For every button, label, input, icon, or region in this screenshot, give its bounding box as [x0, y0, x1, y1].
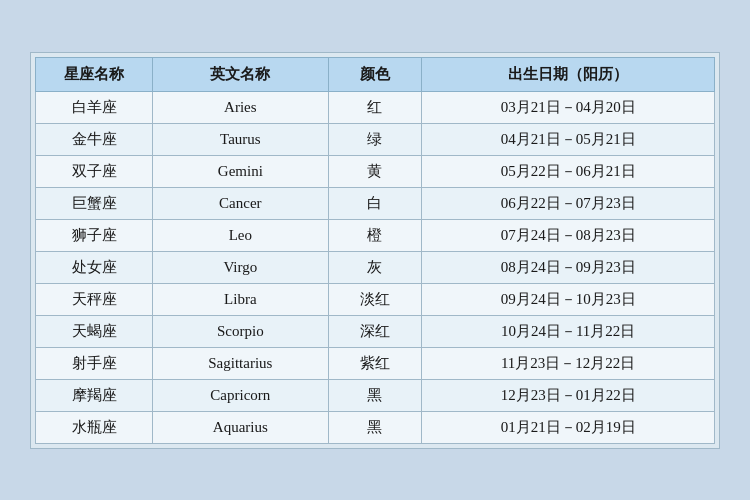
cell-english: Sagittarius [153, 347, 329, 379]
cell-chinese: 狮子座 [36, 219, 153, 251]
cell-chinese: 水瓶座 [36, 411, 153, 443]
table-row: 天秤座Libra淡红09月24日－10月23日 [36, 283, 715, 315]
table-row: 天蝎座Scorpio深红10月24日－11月22日 [36, 315, 715, 347]
table-row: 摩羯座Capricorn黑12月23日－01月22日 [36, 379, 715, 411]
table-row: 巨蟹座Cancer白06月22日－07月23日 [36, 187, 715, 219]
table-row: 双子座Gemini黄05月22日－06月21日 [36, 155, 715, 187]
cell-color: 灰 [328, 251, 422, 283]
cell-color: 黑 [328, 411, 422, 443]
cell-english: Gemini [153, 155, 329, 187]
cell-english: Virgo [153, 251, 329, 283]
table-row: 水瓶座Aquarius黑01月21日－02月19日 [36, 411, 715, 443]
cell-date: 12月23日－01月22日 [422, 379, 715, 411]
cell-english: Cancer [153, 187, 329, 219]
cell-date: 09月24日－10月23日 [422, 283, 715, 315]
table-row: 射手座Sagittarius紫红11月23日－12月22日 [36, 347, 715, 379]
header-color: 颜色 [328, 57, 422, 91]
header-date: 出生日期（阳历） [422, 57, 715, 91]
cell-english: Scorpio [153, 315, 329, 347]
cell-english: Libra [153, 283, 329, 315]
table-row: 狮子座Leo橙07月24日－08月23日 [36, 219, 715, 251]
cell-color: 黑 [328, 379, 422, 411]
cell-date: 05月22日－06月21日 [422, 155, 715, 187]
table-row: 处女座Virgo灰08月24日－09月23日 [36, 251, 715, 283]
cell-date: 07月24日－08月23日 [422, 219, 715, 251]
cell-chinese: 天蝎座 [36, 315, 153, 347]
cell-chinese: 处女座 [36, 251, 153, 283]
cell-english: Aquarius [153, 411, 329, 443]
cell-color: 红 [328, 91, 422, 123]
cell-chinese: 摩羯座 [36, 379, 153, 411]
cell-english: Aries [153, 91, 329, 123]
table-header-row: 星座名称 英文名称 颜色 出生日期（阳历） [36, 57, 715, 91]
cell-date: 01月21日－02月19日 [422, 411, 715, 443]
cell-color: 橙 [328, 219, 422, 251]
table-row: 金牛座Taurus绿04月21日－05月21日 [36, 123, 715, 155]
cell-date: 06月22日－07月23日 [422, 187, 715, 219]
cell-chinese: 双子座 [36, 155, 153, 187]
cell-chinese: 射手座 [36, 347, 153, 379]
cell-english: Taurus [153, 123, 329, 155]
cell-color: 黄 [328, 155, 422, 187]
cell-date: 03月21日－04月20日 [422, 91, 715, 123]
header-chinese: 星座名称 [36, 57, 153, 91]
cell-color: 紫红 [328, 347, 422, 379]
cell-english: Leo [153, 219, 329, 251]
header-english: 英文名称 [153, 57, 329, 91]
cell-date: 10月24日－11月22日 [422, 315, 715, 347]
cell-color: 白 [328, 187, 422, 219]
cell-chinese: 白羊座 [36, 91, 153, 123]
cell-english: Capricorn [153, 379, 329, 411]
cell-chinese: 天秤座 [36, 283, 153, 315]
cell-date: 08月24日－09月23日 [422, 251, 715, 283]
cell-date: 04月21日－05月21日 [422, 123, 715, 155]
cell-color: 淡红 [328, 283, 422, 315]
cell-date: 11月23日－12月22日 [422, 347, 715, 379]
cell-color: 绿 [328, 123, 422, 155]
zodiac-table-container: 星座名称 英文名称 颜色 出生日期（阳历） 白羊座Aries红03月21日－04… [30, 52, 720, 449]
cell-chinese: 巨蟹座 [36, 187, 153, 219]
table-row: 白羊座Aries红03月21日－04月20日 [36, 91, 715, 123]
cell-chinese: 金牛座 [36, 123, 153, 155]
zodiac-table: 星座名称 英文名称 颜色 出生日期（阳历） 白羊座Aries红03月21日－04… [35, 57, 715, 444]
cell-color: 深红 [328, 315, 422, 347]
